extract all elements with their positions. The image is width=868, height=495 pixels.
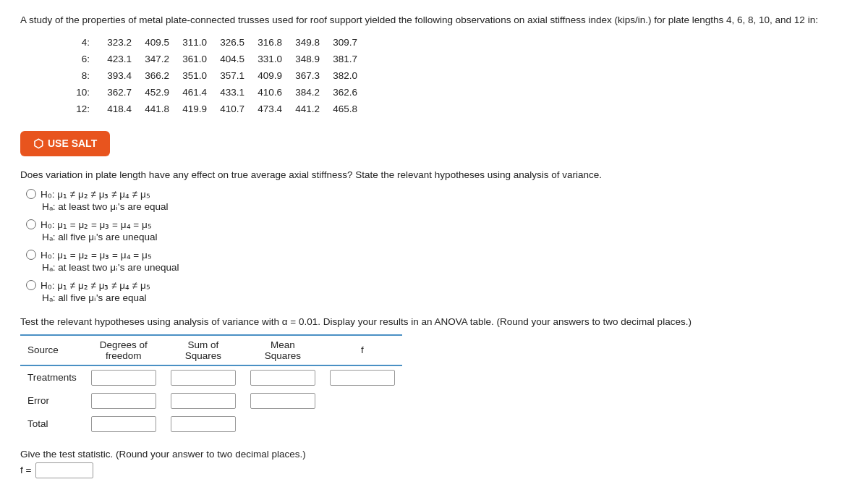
data-value: 311.0 [169, 35, 207, 51]
row-label: 10: [64, 85, 90, 101]
data-value: 331.0 [244, 51, 282, 68]
row-values: 418.4441.8419.9410.7473.4441.2465.8 [94, 101, 357, 118]
radio-line[interactable]: H₀: μ₁ ≠ μ₂ ≠ μ₃ ≠ μ₄ ≠ μ₅ [26, 187, 848, 200]
treatments-df-input[interactable] [91, 370, 156, 386]
col-df: Degrees offreedom [84, 335, 163, 365]
data-value: 367.3 [282, 68, 320, 85]
error-f-cell [323, 389, 402, 412]
col-source: Source [20, 335, 84, 365]
data-value: 381.7 [320, 51, 357, 68]
data-value: 361.0 [169, 51, 207, 68]
data-row: 12:418.4441.8419.9410.7473.4441.2465.8 [64, 101, 848, 118]
f-stat-input[interactable] [35, 462, 93, 478]
intro-text: A study of the properties of metal plate… [20, 13, 848, 28]
question-section: Does variation in plate length have any … [20, 169, 848, 303]
data-value: 316.8 [244, 35, 282, 51]
row-label: 6: [64, 51, 90, 68]
data-value: 452.9 [132, 85, 169, 101]
data-value: 366.2 [132, 68, 169, 85]
data-value: 410.6 [244, 85, 282, 101]
ha-text: Hₐ: at least two μᵢ's are equal [42, 200, 848, 212]
radio-circle-icon[interactable] [26, 189, 36, 199]
radio-circle-icon[interactable] [26, 219, 36, 229]
row-values: 393.4366.2351.0357.1409.9367.3382.0 [94, 68, 357, 85]
anova-section: Test the relevant hypotheses using analy… [20, 316, 848, 436]
total-ss-cell [163, 412, 243, 436]
data-value: 357.1 [207, 68, 244, 85]
total-f-cell [323, 412, 402, 436]
radio-line[interactable]: H₀: μ₁ = μ₂ = μ₃ = μ₄ = μ₅ [26, 218, 848, 230]
radio-line[interactable]: H₀: μ₁ ≠ μ₂ ≠ μ₃ ≠ μ₄ ≠ μ₅ [26, 279, 848, 291]
f-section: Give the test statistic. (Round your ans… [20, 449, 848, 478]
col-f: f [323, 335, 402, 365]
question-text: Does variation in plate length have any … [20, 169, 848, 180]
h0-text: H₀: μ₁ = μ₂ = μ₃ = μ₄ = μ₅ [41, 219, 152, 230]
row-label: 12: [64, 101, 90, 118]
data-value: 473.4 [244, 101, 282, 118]
table-row: Treatments [20, 365, 402, 389]
data-value: 326.5 [207, 35, 244, 51]
data-value: 384.2 [282, 85, 320, 101]
data-value: 418.4 [94, 101, 132, 118]
data-row: 8:393.4366.2351.0357.1409.9367.3382.0 [64, 68, 848, 85]
data-row: 4:323.2409.5311.0326.5316.8349.8309.7 [64, 35, 848, 51]
radio-option: H₀: μ₁ = μ₂ = μ₃ = μ₄ = μ₅Hₐ: at least t… [26, 248, 848, 273]
use-salt-button[interactable]: ⬡ USE SALT [20, 131, 110, 156]
treatments-ms-input[interactable] [250, 370, 315, 386]
data-value: 362.6 [320, 85, 357, 101]
data-value: 347.2 [132, 51, 169, 68]
error-df-cell [84, 389, 163, 412]
treatments-ms-cell [243, 365, 323, 389]
data-value: 348.9 [282, 51, 320, 68]
treatments-f-input[interactable] [330, 370, 395, 386]
data-value: 423.1 [94, 51, 132, 68]
treatments-f-cell [323, 365, 402, 389]
data-value: 362.7 [94, 85, 132, 101]
total-ss-input[interactable] [171, 416, 236, 432]
treatments-ss-input[interactable] [171, 370, 236, 386]
source-treatments: Treatments [20, 365, 84, 389]
error-ms-input[interactable] [250, 393, 315, 409]
data-value: 441.2 [282, 101, 320, 118]
radio-circle-icon[interactable] [26, 250, 36, 260]
data-value: 409.5 [132, 35, 169, 51]
row-label: 8: [64, 68, 90, 85]
radio-line[interactable]: H₀: μ₁ = μ₂ = μ₃ = μ₄ = μ₅ [26, 248, 848, 261]
radio-option: H₀: μ₁ ≠ μ₂ ≠ μ₃ ≠ μ₄ ≠ μ₅Hₐ: all five μ… [26, 279, 848, 303]
data-value: 309.7 [320, 35, 357, 51]
f-equals-label: f = [20, 465, 31, 475]
radio-option: H₀: μ₁ ≠ μ₂ ≠ μ₃ ≠ μ₄ ≠ μ₅Hₐ: at least t… [26, 187, 848, 212]
use-salt-label: USE SALT [48, 138, 97, 149]
col-ms: MeanSquares [243, 335, 323, 365]
treatments-df-cell [84, 365, 163, 389]
data-value: 409.9 [244, 68, 282, 85]
data-value: 382.0 [320, 68, 357, 85]
data-value: 461.4 [169, 85, 207, 101]
data-row: 10:362.7452.9461.4433.1410.6384.2362.6 [64, 85, 848, 101]
error-ss-cell [163, 389, 243, 412]
error-ss-input[interactable] [171, 393, 236, 409]
total-df-input[interactable] [91, 416, 156, 432]
error-ms-cell [243, 389, 323, 412]
table-row: Total [20, 412, 402, 436]
h0-text: H₀: μ₁ ≠ μ₂ ≠ μ₃ ≠ μ₄ ≠ μ₅ [41, 188, 150, 200]
data-value: 433.1 [207, 85, 244, 101]
h0-text: H₀: μ₁ = μ₂ = μ₃ = μ₄ = μ₅ [41, 249, 152, 261]
col-ss: Sum ofSquares [163, 335, 243, 365]
data-value: 351.0 [169, 68, 207, 85]
ha-text: Hₐ: at least two μᵢ's are unequal [42, 261, 848, 273]
table-row: Error [20, 389, 402, 412]
total-df-cell [84, 412, 163, 436]
error-df-input[interactable] [91, 393, 156, 409]
f-stat-label: Give the test statistic. (Round your ans… [20, 449, 306, 460]
hypothesis-options: H₀: μ₁ ≠ μ₂ ≠ μ₃ ≠ μ₄ ≠ μ₅Hₐ: at least t… [20, 187, 848, 303]
radio-circle-icon[interactable] [26, 280, 36, 290]
data-row: 6:423.1347.2361.0404.5331.0348.9381.7 [64, 51, 848, 68]
row-label: 4: [64, 35, 90, 51]
anova-table: Source Degrees offreedom Sum ofSquares M… [20, 334, 402, 436]
total-ms-cell [243, 412, 323, 436]
treatments-ss-cell [163, 365, 243, 389]
row-values: 362.7452.9461.4433.1410.6384.2362.6 [94, 85, 357, 101]
h0-text: H₀: μ₁ ≠ μ₂ ≠ μ₃ ≠ μ₄ ≠ μ₅ [41, 279, 150, 291]
ha-text: Hₐ: all five μᵢ's are unequal [42, 231, 848, 242]
